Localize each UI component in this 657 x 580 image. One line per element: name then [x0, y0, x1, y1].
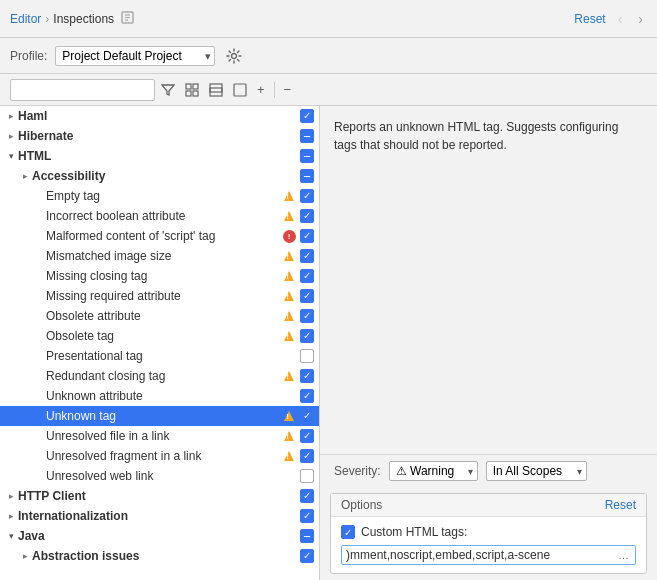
- checkbox-haml[interactable]: ✓: [299, 108, 315, 124]
- expand-arrow-malformed-content[interactable]: [32, 229, 46, 243]
- add-button[interactable]: +: [253, 79, 269, 101]
- expand-arrow-internationalization[interactable]: ▸: [4, 509, 18, 523]
- collapse-all-button[interactable]: [205, 79, 227, 101]
- checkbox-obsolete-tag[interactable]: ✓: [299, 328, 315, 344]
- tree-item-missing-required[interactable]: Missing required attribute!✓: [0, 286, 319, 306]
- checkbox-internationalization[interactable]: ✓: [299, 508, 315, 524]
- tree-item-obsolete-attr[interactable]: Obsolete attribute!✓: [0, 306, 319, 326]
- expand-arrow-missing-required[interactable]: [32, 289, 46, 303]
- reset-button[interactable]: Reset: [574, 12, 605, 26]
- checkbox-unknown-attribute[interactable]: ✓: [299, 388, 315, 404]
- checkbox-malformed-content[interactable]: ✓: [299, 228, 315, 244]
- expand-arrow-unresolved-file[interactable]: [32, 429, 46, 443]
- scope-select-wrap[interactable]: In All Scopes: [486, 461, 587, 481]
- search-input[interactable]: [10, 79, 155, 101]
- item-label-unresolved-web: Unresolved web link: [46, 469, 281, 483]
- tree-item-unresolved-file[interactable]: Unresolved file in a link!✓: [0, 426, 319, 446]
- expand-arrow-presentational-tag[interactable]: [32, 349, 46, 363]
- tags-input-wrap[interactable]: …: [341, 545, 636, 565]
- expand-arrow-accessibility[interactable]: ▸: [18, 169, 32, 183]
- tree-item-malformed-content[interactable]: Malformed content of 'script' tag!✓: [0, 226, 319, 246]
- tree-item-accessibility[interactable]: ▸Accessibility−: [0, 166, 319, 186]
- tree-item-abstraction-issues[interactable]: ▸Abstraction issues✓: [0, 546, 319, 566]
- tree-item-presentational-tag[interactable]: Presentational tag: [0, 346, 319, 366]
- scope-select[interactable]: In All Scopes: [486, 461, 587, 481]
- checkbox-unresolved-fragment[interactable]: ✓: [299, 448, 315, 464]
- expand-arrow-haml[interactable]: ▸: [4, 109, 18, 123]
- tree-item-haml[interactable]: ▸Haml✓: [0, 106, 319, 126]
- tree-item-unresolved-fragment[interactable]: Unresolved fragment in a link!✓: [0, 446, 319, 466]
- checkbox-mismatched-image[interactable]: ✓: [299, 248, 315, 264]
- tree-item-unknown-tag[interactable]: Unknown tag!✓: [0, 406, 319, 426]
- checkbox-java[interactable]: −: [299, 528, 315, 544]
- expand-arrow-incorrect-boolean[interactable]: [32, 209, 46, 223]
- expand-arrow-obsolete-attr[interactable]: [32, 309, 46, 323]
- expand-arrow-unknown-tag[interactable]: [32, 409, 46, 423]
- item-label-internationalization: Internationalization: [18, 509, 281, 523]
- expand-arrow-html[interactable]: ▾: [4, 149, 18, 163]
- tree-item-unknown-attribute[interactable]: Unknown attribute✓: [0, 386, 319, 406]
- checkbox-unresolved-web[interactable]: [299, 468, 315, 484]
- checkbox-hibernate[interactable]: −: [299, 128, 315, 144]
- remove-button[interactable]: −: [280, 79, 296, 101]
- checkbox-incorrect-boolean[interactable]: ✓: [299, 208, 315, 224]
- breadcrumb-icon: [121, 11, 134, 27]
- svg-point-4: [232, 53, 237, 58]
- expand-arrow-empty-tag[interactable]: [32, 189, 46, 203]
- warning-icon-unknown-attribute: [281, 388, 297, 404]
- severity-select[interactable]: ⚠ Warning Error Info: [389, 461, 478, 481]
- checkbox-http-client[interactable]: ✓: [299, 488, 315, 504]
- expand-all-button[interactable]: [181, 79, 203, 101]
- warning-icon-http-client: [281, 488, 297, 504]
- tree-item-java[interactable]: ▾Java−: [0, 526, 319, 546]
- tags-input[interactable]: [346, 548, 616, 562]
- checkbox-empty-tag[interactable]: ✓: [299, 188, 315, 204]
- severity-select-wrap[interactable]: ⚠ Warning Error Info: [389, 461, 478, 481]
- tree-item-unresolved-web[interactable]: Unresolved web link: [0, 466, 319, 486]
- tree-item-html[interactable]: ▾HTML−: [0, 146, 319, 166]
- expand-arrow-missing-closing[interactable]: [32, 269, 46, 283]
- tree-item-incorrect-boolean[interactable]: Incorrect boolean attribute!✓: [0, 206, 319, 226]
- checkbox-missing-closing[interactable]: ✓: [299, 268, 315, 284]
- toggle-button[interactable]: [229, 79, 251, 101]
- checkbox-unresolved-file[interactable]: ✓: [299, 428, 315, 444]
- tree-item-obsolete-tag[interactable]: Obsolete tag!✓: [0, 326, 319, 346]
- expand-arrow-mismatched-image[interactable]: [32, 249, 46, 263]
- checkbox-accessibility[interactable]: −: [299, 168, 315, 184]
- expand-arrow-unresolved-fragment[interactable]: [32, 449, 46, 463]
- nav-forward-button[interactable]: ›: [634, 9, 647, 29]
- tree-item-redundant-closing[interactable]: Redundant closing tag!✓: [0, 366, 319, 386]
- checkbox-missing-required[interactable]: ✓: [299, 288, 315, 304]
- checkbox-redundant-closing[interactable]: ✓: [299, 368, 315, 384]
- expand-arrow-redundant-closing[interactable]: [32, 369, 46, 383]
- breadcrumb-editor[interactable]: Editor: [10, 12, 41, 26]
- tags-expand-button[interactable]: …: [616, 549, 631, 561]
- severity-label: Severity:: [334, 464, 381, 478]
- warning-icon-accessibility: [281, 168, 297, 184]
- checkbox-html[interactable]: −: [299, 148, 315, 164]
- options-reset-link[interactable]: Reset: [605, 498, 636, 512]
- profile-select-wrap[interactable]: Project Default Project: [55, 46, 215, 66]
- expand-arrow-obsolete-tag[interactable]: [32, 329, 46, 343]
- tree-item-empty-tag[interactable]: Empty tag!✓: [0, 186, 319, 206]
- tree-item-mismatched-image[interactable]: Mismatched image size!✓: [0, 246, 319, 266]
- tree-item-http-client[interactable]: ▸HTTP Client✓: [0, 486, 319, 506]
- nav-back-button[interactable]: ‹: [614, 9, 627, 29]
- checkbox-abstraction-issues[interactable]: ✓: [299, 548, 315, 564]
- filter-button[interactable]: [157, 79, 179, 101]
- checkbox-unknown-tag[interactable]: ✓: [299, 408, 315, 424]
- custom-tags-checkbox[interactable]: [341, 525, 355, 539]
- tree-item-hibernate[interactable]: ▸Hibernate−: [0, 126, 319, 146]
- gear-button[interactable]: [223, 45, 245, 67]
- expand-arrow-unknown-attribute[interactable]: [32, 389, 46, 403]
- expand-arrow-http-client[interactable]: ▸: [4, 489, 18, 503]
- expand-arrow-hibernate[interactable]: ▸: [4, 129, 18, 143]
- profile-select[interactable]: Project Default Project: [55, 46, 215, 66]
- tree-item-missing-closing[interactable]: Missing closing tag!✓: [0, 266, 319, 286]
- expand-arrow-unresolved-web[interactable]: [32, 469, 46, 483]
- checkbox-presentational-tag[interactable]: [299, 348, 315, 364]
- checkbox-obsolete-attr[interactable]: ✓: [299, 308, 315, 324]
- expand-arrow-abstraction-issues[interactable]: ▸: [18, 549, 32, 563]
- expand-arrow-java[interactable]: ▾: [4, 529, 18, 543]
- tree-item-internationalization[interactable]: ▸Internationalization✓: [0, 506, 319, 526]
